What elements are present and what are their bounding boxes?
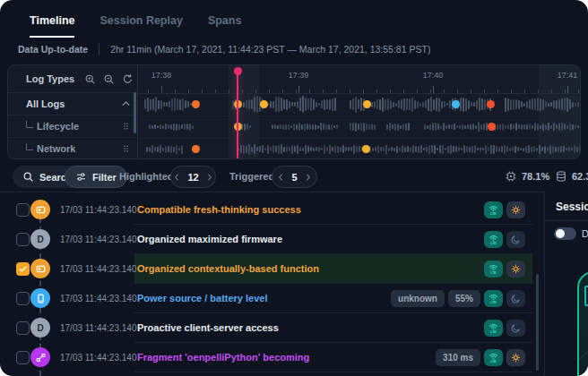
waveform-bar [356, 146, 358, 152]
playhead-handle[interactable] [234, 67, 242, 75]
waveform-bar [394, 124, 396, 131]
row-checkbox[interactable] [16, 292, 30, 305]
event-marker[interactable] [192, 145, 200, 153]
sun-mode-button[interactable] [506, 349, 525, 366]
tab-session-replay[interactable]: Session Replay [99, 14, 182, 38]
waveform-area[interactable]: 17:3817:3917:4017:41 [139, 65, 580, 158]
waveform-bar [371, 124, 373, 130]
chevron-right-icon[interactable] [304, 173, 313, 182]
waveform-bar [299, 98, 301, 111]
waveform-bar [352, 98, 354, 110]
timeline-lane-lifecycle[interactable]: Lifecycle [8, 115, 137, 138]
tab-spans[interactable]: Spans [208, 14, 242, 38]
log-row[interactable]: D17/03 11:44:23.140Proactive client-serv… [0, 313, 532, 343]
waveform-bar [564, 98, 566, 111]
waveform-bar [482, 148, 484, 150]
chevron-left-icon[interactable] [172, 173, 181, 182]
playhead[interactable] [237, 69, 238, 158]
waveform-bar [355, 97, 357, 113]
chevron-right-icon[interactable] [205, 173, 214, 182]
toolbar: Search Filter Highlighted 12 Triggered 5… [0, 166, 588, 190]
drag-handle-icon[interactable] [120, 143, 132, 155]
moon-mode-button[interactable] [506, 290, 525, 307]
waveform-bar [548, 123, 549, 131]
log-types-scrollbar[interactable] [134, 92, 136, 133]
waveform-bar [275, 97, 277, 112]
waveform-bar [358, 124, 359, 130]
waveform-bar [286, 99, 288, 110]
waveform-bar [450, 145, 452, 154]
tab-timeline[interactable]: Timeline [30, 14, 74, 38]
waveform-bar [251, 147, 253, 152]
sun-mode-button[interactable] [506, 261, 525, 278]
row-checkbox[interactable] [16, 203, 30, 217]
waveform-bar [334, 146, 336, 153]
network-lte-button[interactable]: LTE [484, 290, 503, 307]
waveform-bar [154, 147, 156, 151]
network-lte-button[interactable]: LTE [484, 349, 503, 366]
waveform-bar [498, 147, 500, 152]
moon-mode-button[interactable] [506, 320, 525, 337]
card-glyph [35, 263, 47, 275]
zoom-out-icon[interactable] [103, 73, 115, 85]
row-checkbox[interactable] [16, 351, 30, 364]
waveform-bar [157, 147, 159, 152]
log-type-phone-icon [30, 288, 50, 308]
timeline-lane-all-logs[interactable]: All Logs [8, 93, 137, 115]
waveform-bar [342, 145, 344, 153]
log-row[interactable]: 17/03 11:44:23.140Compatible fresh-think… [0, 195, 532, 225]
network-lte-button[interactable]: LTE [484, 231, 503, 248]
drag-handle-icon[interactable] [120, 121, 132, 132]
waveform-bar [429, 124, 431, 130]
collapse-chevron-icon[interactable] [120, 98, 132, 110]
refresh-icon[interactable] [122, 73, 134, 85]
waveform-bar [248, 144, 250, 155]
event-marker[interactable] [488, 123, 496, 131]
event-marker[interactable] [192, 100, 200, 108]
waveform-bar [328, 124, 330, 130]
waveform-bar [414, 100, 416, 109]
row-checkbox[interactable] [16, 262, 30, 276]
waveform-bar [293, 124, 295, 131]
waveform-bar [170, 124, 172, 130]
map-viewport-rect [584, 286, 588, 306]
event-marker[interactable] [260, 100, 268, 108]
moon-mode-button[interactable] [506, 231, 525, 248]
sun-mode-button[interactable] [506, 201, 525, 218]
waveform-bar [483, 124, 485, 130]
zoom-in-icon[interactable] [84, 73, 96, 85]
network-lte-button[interactable]: LTE [484, 320, 503, 337]
event-marker[interactable] [363, 100, 371, 108]
log-row[interactable]: D17/03 11:44:23.140Organized maximized f… [0, 225, 532, 254]
log-row[interactable]: 17/03 11:44:23.140Power source / battery… [0, 284, 532, 313]
log-row[interactable]: 17/03 11:44:23.140Organized contextually… [0, 254, 532, 284]
waveform-bar [532, 125, 533, 129]
network-lte-button[interactable]: LTE [484, 201, 503, 218]
waveform-bar [420, 145, 422, 153]
waveform-bar [473, 102, 475, 107]
event-marker[interactable] [362, 145, 370, 153]
waveform-bar [493, 145, 495, 154]
waveform-bar [400, 125, 402, 129]
waveform-bar [151, 125, 153, 129]
waveform-bar [448, 124, 450, 129]
waveform-bar [572, 124, 574, 130]
log-list-scrollbar[interactable] [536, 274, 539, 371]
log-row[interactable]: 17/03 11:44:23.140Fragment 'oenpelliPyth… [0, 343, 532, 372]
waveform-bar [249, 125, 251, 128]
filter-button[interactable]: Filter [65, 166, 127, 188]
waveform-bar [480, 124, 482, 130]
network-lte-button[interactable]: LTE [484, 261, 503, 278]
waveform-bar [504, 145, 506, 154]
log-type-fragment-icon [30, 347, 50, 367]
timeline-lane-network[interactable]: Network [8, 138, 137, 159]
row-checkbox[interactable] [16, 321, 30, 335]
toggle-knob [556, 229, 565, 238]
dark-mode-toggle[interactable] [554, 227, 576, 240]
chevron-left-icon[interactable] [276, 173, 285, 182]
row-checkbox[interactable] [16, 233, 30, 246]
waveform-bar [352, 123, 354, 131]
waveform-bar [299, 147, 301, 151]
event-marker[interactable] [487, 100, 495, 108]
event-marker[interactable] [452, 100, 460, 108]
